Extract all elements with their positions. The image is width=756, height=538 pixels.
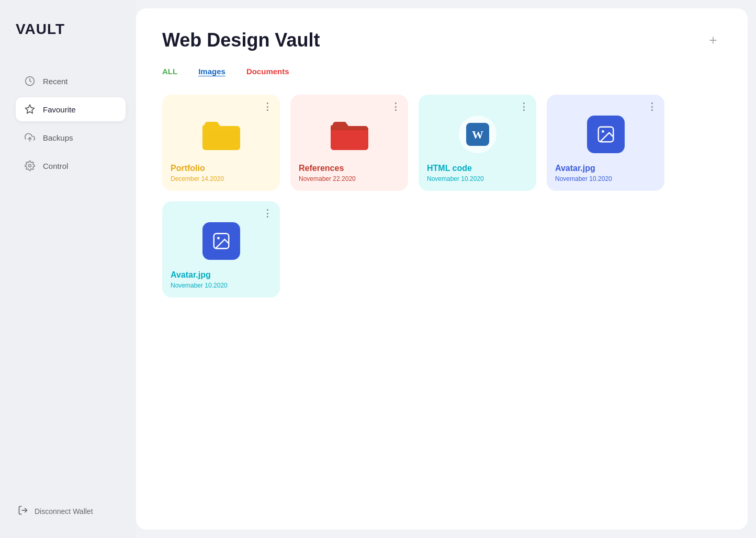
svg-point-3	[29, 165, 31, 167]
sidebar-bottom: Disconnect Wallet	[16, 489, 126, 522]
file-menu-avatar-2[interactable]: ⋮	[263, 209, 273, 218]
gear-icon	[24, 160, 36, 171]
sidebar-item-backups[interactable]: Backups	[16, 125, 126, 150]
file-menu-avatar-1[interactable]: ⋮	[647, 102, 657, 111]
file-name-html-code: HTML code	[427, 164, 528, 173]
file-menu-html-code[interactable]: ⋮	[519, 102, 529, 111]
folder-icon-portfolio	[200, 113, 242, 155]
main-content: Web Design Vault ALL Images Documents ⋮ …	[136, 8, 748, 530]
file-card-avatar-2[interactable]: ⋮ Avatar.jpg Novemaber 10.2020	[162, 201, 280, 297]
file-card-portfolio[interactable]: ⋮ Portfolio December 14.2020	[162, 95, 280, 191]
sidebar-item-control[interactable]: Control	[16, 154, 126, 178]
disconnect-wallet-button[interactable]: Disconnect Wallet	[16, 500, 126, 522]
file-date-avatar-1: Novemaber 10.2020	[555, 175, 656, 182]
file-name-avatar-2: Avatar.jpg	[171, 270, 272, 280]
filter-tab-images[interactable]: Images	[198, 67, 225, 79]
file-date-references: Novemaber 22.2020	[299, 175, 400, 182]
sidebar-item-recent-label: Recent	[43, 77, 68, 86]
add-button[interactable]	[705, 32, 721, 49]
upload-icon	[24, 132, 36, 143]
file-name-avatar-1: Avatar.jpg	[555, 164, 656, 173]
sidebar-item-favourite-label: Favourite	[43, 105, 76, 114]
svg-marker-1	[26, 105, 35, 113]
image-icon-avatar-2	[200, 220, 242, 262]
file-grid: ⋮ Portfolio December 14.2020 ⋮ Reference…	[162, 95, 664, 297]
page-title: Web Design Vault	[162, 29, 320, 51]
filter-tab-documents[interactable]: Documents	[246, 67, 289, 79]
disconnect-icon	[18, 505, 28, 517]
file-card-html-code[interactable]: ⋮ W HTML code Novemaber 10.2020	[419, 95, 536, 191]
file-menu-references[interactable]: ⋮	[391, 102, 401, 111]
sidebar-item-recent[interactable]: Recent	[16, 69, 126, 93]
file-date-html-code: Novemaber 10.2020	[427, 175, 528, 182]
sidebar-nav: Recent Favourite Backups	[16, 69, 126, 489]
word-icon-html-code: W	[457, 113, 499, 155]
sidebar: VAULT Recent Favourite	[0, 0, 136, 538]
main-header: Web Design Vault	[162, 29, 721, 51]
sidebar-logo: VAULT	[16, 21, 126, 38]
sidebar-item-control-label: Control	[43, 162, 68, 170]
file-card-avatar-1[interactable]: ⋮ Avatar.jpg Novemaber 10.2020	[547, 95, 664, 191]
file-card-references[interactable]: ⋮ References Novemaber 22.2020	[290, 95, 408, 191]
filter-tabs: ALL Images Documents	[162, 67, 721, 79]
file-name-portfolio: Portfolio	[171, 164, 272, 173]
svg-point-12	[217, 237, 220, 239]
folder-icon-references	[329, 113, 370, 155]
file-date-avatar-2: Novemaber 10.2020	[171, 282, 272, 289]
clock-icon	[24, 75, 36, 87]
svg-point-10	[602, 130, 604, 133]
file-menu-portfolio[interactable]: ⋮	[263, 102, 273, 111]
image-icon-avatar-1	[585, 113, 627, 155]
star-icon	[24, 104, 36, 115]
sidebar-item-favourite[interactable]: Favourite	[16, 97, 126, 121]
svg-text:W: W	[472, 128, 483, 141]
disconnect-label: Disconnect Wallet	[35, 507, 93, 516]
file-name-references: References	[299, 164, 400, 173]
sidebar-item-backups-label: Backups	[43, 133, 73, 142]
file-date-portfolio: December 14.2020	[171, 175, 272, 182]
filter-tab-all[interactable]: ALL	[162, 67, 177, 79]
